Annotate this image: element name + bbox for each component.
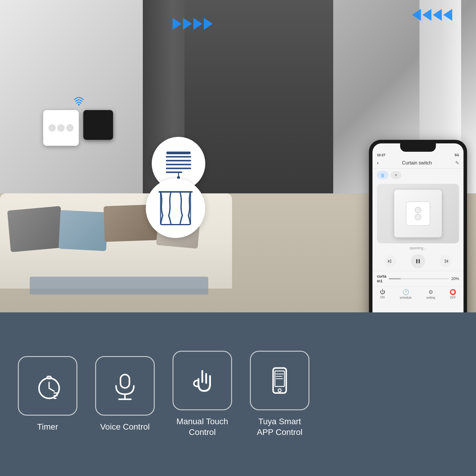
phone-bottom-nav: ⏻ ON 🕐 schedule ⚙ setting ⭕ OFF bbox=[372, 286, 464, 302]
nav-on-label: ON bbox=[380, 296, 385, 299]
phone-opening-text: opening... bbox=[372, 246, 464, 250]
nav-on[interactable]: ⏻ ON bbox=[380, 289, 385, 299]
rewind-icon[interactable] bbox=[384, 255, 396, 267]
svg-line-19 bbox=[49, 388, 54, 391]
pillow1 bbox=[7, 206, 64, 252]
nav-off-label: OFF bbox=[450, 296, 456, 299]
feature-app: Tuya Smart APP Control bbox=[247, 351, 312, 438]
phone-tab-panel[interactable]: ||| bbox=[377, 171, 388, 179]
on-icon: ⏻ bbox=[380, 289, 385, 295]
switch-btn3[interactable] bbox=[66, 124, 73, 131]
svg-point-14 bbox=[415, 214, 421, 220]
feature-voice: Voice Control bbox=[92, 356, 158, 432]
phone-percent: 20% bbox=[451, 276, 459, 281]
schedule-icon: 🕐 bbox=[403, 289, 409, 295]
svg-rect-12 bbox=[406, 202, 430, 226]
phone-time: 10:27 bbox=[377, 153, 385, 157]
nav-setting[interactable]: ⚙ setting bbox=[426, 289, 435, 299]
phone-device-area bbox=[377, 184, 459, 243]
phone-tabs[interactable]: ||| ≡ bbox=[372, 169, 464, 181]
timer-icon bbox=[33, 371, 62, 401]
svg-rect-1 bbox=[167, 152, 190, 154]
room-background: 10:27 5G ‹ Curtain switch ✎ ||| ≡ bbox=[0, 0, 476, 312]
phone-slider-fill bbox=[389, 278, 401, 279]
timer-icon-box bbox=[18, 356, 77, 416]
phone-header: ‹ Curtain switch ✎ bbox=[372, 158, 464, 169]
phone-status-bar: 10:27 5G bbox=[372, 152, 464, 158]
fast-forward-icon[interactable] bbox=[440, 255, 452, 267]
timer-label: Timer bbox=[37, 422, 58, 432]
svg-rect-15 bbox=[416, 259, 417, 263]
nav-off[interactable]: ⭕ OFF bbox=[450, 289, 456, 299]
phone-notch bbox=[400, 143, 436, 152]
arrows-right bbox=[173, 18, 213, 30]
feature-bar: Timer Voice Control bbox=[0, 312, 476, 476]
switch-btn2[interactable] bbox=[57, 124, 65, 131]
smartphone-icon bbox=[265, 366, 295, 395]
phone-curtain-row: curta in1 20% bbox=[377, 273, 459, 285]
voice-icon-box bbox=[95, 356, 155, 416]
off-icon: ⭕ bbox=[450, 289, 456, 295]
phone-signal: 5G bbox=[455, 153, 459, 157]
nav-schedule[interactable]: 🕐 schedule bbox=[400, 289, 412, 299]
svg-point-13 bbox=[415, 207, 421, 213]
touch-icon bbox=[187, 366, 217, 395]
svg-rect-24 bbox=[120, 375, 129, 388]
phone-tab-list[interactable]: ≡ bbox=[391, 171, 401, 179]
wifi-signal-icon bbox=[73, 95, 85, 108]
phone-title: Curtain switch bbox=[402, 160, 432, 166]
svg-rect-9 bbox=[161, 192, 190, 225]
touch-label: Manual Touch Control bbox=[176, 416, 228, 438]
smart-switch-black[interactable] bbox=[83, 110, 113, 140]
phone-mockup: 10:27 5G ‹ Curtain switch ✎ ||| ≡ bbox=[369, 140, 467, 312]
app-icon-box bbox=[250, 351, 309, 410]
phone-curtain-label: curta in1 bbox=[377, 274, 386, 283]
nav-setting-label: setting bbox=[426, 296, 435, 299]
voice-label: Voice Control bbox=[100, 422, 150, 432]
smart-switch-white[interactable] bbox=[43, 110, 79, 146]
setting-icon: ⚙ bbox=[428, 289, 433, 295]
back-arrow-icon[interactable]: ‹ bbox=[377, 160, 379, 166]
phone-screen: 10:27 5G ‹ Curtain switch ✎ ||| ≡ bbox=[372, 143, 464, 312]
touch-icon-box bbox=[173, 351, 232, 410]
phone-bottom-area: curta in1 20% bbox=[372, 271, 464, 286]
edit-icon[interactable]: ✎ bbox=[455, 160, 459, 166]
curtain-switch-image bbox=[394, 190, 442, 237]
svg-point-0 bbox=[78, 104, 80, 106]
nav-schedule-label: schedule bbox=[400, 296, 412, 299]
carpet bbox=[30, 277, 208, 295]
curtain-icon-circle bbox=[146, 178, 205, 238]
feature-timer: Timer bbox=[15, 356, 80, 432]
app-label: Tuya Smart APP Control bbox=[257, 416, 303, 438]
svg-rect-16 bbox=[419, 259, 420, 263]
phone-slider[interactable] bbox=[389, 278, 449, 279]
arrows-left bbox=[412, 9, 452, 21]
phone-controls bbox=[372, 252, 464, 271]
switch-btn1[interactable] bbox=[48, 124, 56, 131]
svg-point-29 bbox=[278, 389, 281, 392]
pause-icon[interactable] bbox=[411, 254, 425, 268]
pillow2 bbox=[59, 210, 108, 251]
microphone-icon bbox=[110, 371, 140, 401]
feature-touch: Manual Touch Control bbox=[170, 351, 235, 438]
